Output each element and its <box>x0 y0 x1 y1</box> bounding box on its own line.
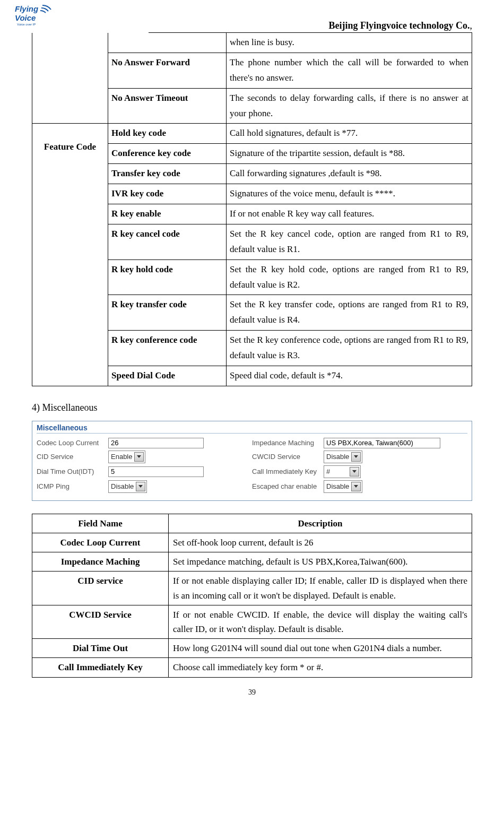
select-value: Disable <box>111 482 134 490</box>
desc-cell: The seconds to delay forwarding calls, i… <box>227 88 472 124</box>
field-cell: Codec Loop Current <box>32 533 169 552</box>
field-cell: Conference key code <box>108 144 227 164</box>
cwcid-service-select[interactable]: Disable <box>324 451 362 463</box>
group-cell-feature: Feature Code <box>32 124 108 386</box>
chevron-down-icon <box>350 467 359 477</box>
misc-label: Call Immediately Key <box>252 467 324 476</box>
field-cell: Dial Time Out <box>32 639 169 658</box>
desc-cell: If or not enable R key way call features… <box>227 204 472 224</box>
company-name: Beijing Flyingvoice technology Co. <box>329 20 470 31</box>
logo: Flying Voice Voice over IP <box>15 3 56 31</box>
misc-label: CWCID Service <box>252 453 324 461</box>
page-number: 39 <box>32 688 472 697</box>
call-immediately-key-select[interactable]: # <box>324 465 361 478</box>
table-row: CWCID ServiceIf or not enable CWCID. If … <box>32 605 472 638</box>
select-value: # <box>326 467 347 475</box>
page-header: Beijing Flyingvoice technology Co., <box>149 20 472 33</box>
table-row: when line is busy. <box>32 33 472 53</box>
field-cell: R key transfer code <box>108 295 227 331</box>
impedance-maching-input[interactable] <box>324 438 440 448</box>
desc-cell: Call hold signatures, default is *77. <box>227 124 472 144</box>
misc-label: CID Service <box>37 453 108 461</box>
desc-cell: Set the R key conference code, options a… <box>227 331 472 366</box>
desc-cell: Signature of the tripartite session, def… <box>227 144 472 164</box>
desc-cell: Choose call immediately key form * or #. <box>169 658 472 677</box>
field-cell: CID service <box>32 571 169 605</box>
desc-cell: If or not enable CWCID. If enable, the d… <box>169 605 472 638</box>
svg-text:Voice over IP: Voice over IP <box>17 23 36 26</box>
chevron-down-icon <box>351 452 361 462</box>
icmp-ping-select[interactable]: Disable <box>108 480 147 493</box>
select-value: Enable <box>111 453 132 461</box>
desc-cell: Signatures of the voice menu, default is… <box>227 184 472 204</box>
field-cell: CWCID Service <box>32 605 169 638</box>
chevron-down-icon <box>134 452 144 462</box>
desc-cell: The phone number which the call will be … <box>227 53 472 88</box>
select-value: Disable <box>326 453 349 461</box>
field-cell: R key enable <box>108 204 227 224</box>
desc-cell: when line is busy. <box>227 33 472 53</box>
field-cell <box>108 33 227 53</box>
desc-cell: Speed dial code, default is *74. <box>227 366 472 386</box>
misc-label: Escaped char enable <box>252 482 324 491</box>
svg-text:Flying: Flying <box>15 4 38 13</box>
misc-panel: Miscellaneous Codec Loop Current Impedan… <box>32 421 472 501</box>
table-row: Dial Time OutHow long G201N4 will sound … <box>32 639 472 658</box>
misc-label: Codec Loop Current <box>37 439 108 447</box>
desc-cell: If or not enable displaying caller ID; I… <box>169 571 472 605</box>
field-cell: Call Immediately Key <box>32 658 169 677</box>
field-cell: Hold key code <box>108 124 227 144</box>
header-field-name: Field Name <box>32 514 169 533</box>
desc-cell: Call forwarding signatures ,default is *… <box>227 164 472 184</box>
field-cell: Impedance Maching <box>32 552 169 571</box>
misc-label: ICMP Ping <box>37 482 108 491</box>
header-tail: , <box>470 20 473 31</box>
table-row: Codec Loop CurrentSet off-hook loop curr… <box>32 533 472 552</box>
field-cell: R key cancel code <box>108 224 227 259</box>
table-row: CID serviceIf or not enable displaying c… <box>32 571 472 605</box>
select-value: Disable <box>326 482 349 490</box>
header-description: Description <box>169 514 472 533</box>
description-table: Field Name Description Codec Loop Curren… <box>32 514 472 678</box>
field-cell: Transfer key code <box>108 164 227 184</box>
chevron-down-icon <box>136 482 145 491</box>
svg-text:Voice: Voice <box>15 13 36 22</box>
desc-cell: Set off-hook loop current, default is 26 <box>169 533 472 552</box>
section-title-misc: 4) Miscellaneous <box>32 402 472 413</box>
misc-label: Impedance Maching <box>252 439 324 447</box>
group-cell-blank <box>32 33 108 124</box>
misc-panel-title: Miscellaneous <box>37 423 467 434</box>
field-cell: R key hold code <box>108 259 227 295</box>
table-row: Call Immediately KeyChoose call immediat… <box>32 658 472 677</box>
dial-time-out-input[interactable] <box>108 466 204 477</box>
desc-cell: How long G201N4 will sound dial out tone… <box>169 639 472 658</box>
table-header-row: Field Name Description <box>32 514 472 533</box>
field-cell: IVR key code <box>108 184 227 204</box>
codec-loop-current-input[interactable] <box>108 438 204 448</box>
field-cell: Speed Dial Code <box>108 366 227 386</box>
feature-code-table: when line is busy. No Answer Forward The… <box>32 33 472 386</box>
desc-cell: Set the R key hold code, options are ran… <box>227 259 472 295</box>
desc-cell: Set the R key transfer code, options are… <box>227 295 472 331</box>
desc-cell: Set the R key cancel code, option are ra… <box>227 224 472 259</box>
cid-service-select[interactable]: Enable <box>108 451 145 463</box>
field-cell: R key conference code <box>108 331 227 366</box>
misc-label: Dial Time Out(IDT) <box>37 467 108 476</box>
chevron-down-icon <box>351 482 361 491</box>
table-row: Impedance MachingSet impedance matching,… <box>32 552 472 571</box>
field-cell: No Answer Forward <box>108 53 227 88</box>
desc-cell: Set impedance matching, default is US PB… <box>169 552 472 571</box>
escaped-char-enable-select[interactable]: Disable <box>324 480 362 493</box>
field-cell: No Answer Timeout <box>108 88 227 124</box>
table-row: Feature Code Hold key code Call hold sig… <box>32 124 472 144</box>
